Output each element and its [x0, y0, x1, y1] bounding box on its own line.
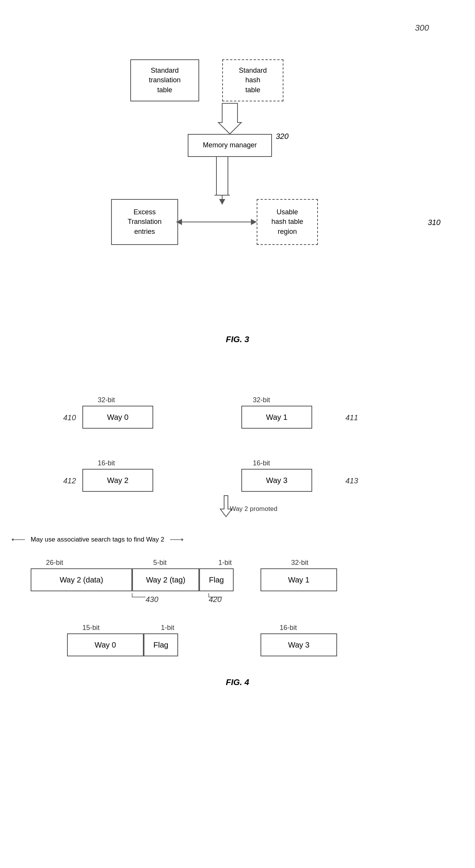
way3-box: Way 3 [241, 469, 312, 492]
usable-hash-box: Usable hash table region [257, 199, 318, 245]
way0-top-box: Way 0 [82, 406, 153, 429]
down-arrowhead-fig3 [219, 199, 225, 205]
way0b-bit: 15-bit [82, 624, 100, 632]
way3b-bit: 16-bit [280, 624, 297, 632]
way2-promoted-text: Way 2 promoted [230, 505, 277, 513]
std-hash-table-label: Standard hash table [239, 66, 267, 95]
ref430-arrow [130, 591, 161, 599]
std-trans-table-label: Standard translation table [149, 66, 180, 95]
ref-410: 410 [63, 413, 76, 422]
down-arrow-fig3 [218, 103, 241, 134]
std-hash-table-box: Standard hash table [222, 59, 283, 101]
search-text-row: May use associative search tags to find … [11, 536, 464, 543]
ref-411: 411 [346, 413, 358, 422]
ref420-arrow [207, 591, 238, 599]
search-tags-text: May use associative search tags to find … [31, 536, 164, 543]
way0-top-bit-label: 32-bit [98, 396, 115, 404]
flag2-box: Flag [144, 633, 178, 656]
way2data-bit: 26-bit [46, 559, 63, 567]
ref-320: 320 [276, 132, 288, 141]
right-arrow-search [168, 536, 183, 543]
way2-data-box: Way 2 (data) [31, 568, 132, 591]
svg-marker-4 [182, 538, 183, 541]
memory-manager-box: Memory manager [188, 134, 272, 157]
way1-top-bit-label: 32-bit [253, 396, 270, 404]
way1-top-box: Way 1 [241, 406, 312, 429]
way1b-box: Way 1 [260, 568, 337, 591]
excess-trans-label: Excess Translation entries [128, 207, 161, 237]
left-arrow-search [11, 536, 27, 543]
fig4-caption: FIG. 4 [226, 677, 249, 687]
ref-413: 413 [346, 476, 358, 485]
way2tag-bit: 5-bit [153, 559, 167, 567]
way2-bit-label: 16-bit [98, 459, 115, 467]
way3-bit-label: 16-bit [253, 459, 270, 467]
std-trans-table-box: Standard translation table [130, 59, 199, 101]
flag1-box: Flag [199, 568, 234, 591]
way0b-box: Way 0 [67, 633, 144, 656]
way2-tag-box: Way 2 (tag) [132, 568, 199, 591]
way1b-bit: 32-bit [291, 559, 308, 567]
usable-hash-label: Usable hash table region [271, 207, 303, 237]
flag2-bit: 1-bit [161, 624, 174, 632]
ref-310: 310 [428, 218, 441, 227]
way2-box: Way 2 [82, 469, 153, 492]
excess-trans-box: Excess Translation entries [111, 199, 178, 245]
fig3-caption: FIG. 3 [226, 334, 249, 344]
svg-marker-2 [11, 538, 13, 541]
memory-manager-label: Memory manager [203, 140, 257, 150]
fig3-ref-number: 300 [415, 23, 429, 33]
fig3-arrows [0, 0, 475, 383]
ref-412: 412 [63, 476, 76, 485]
way3b-box: Way 3 [260, 633, 337, 656]
right-arrowhead [251, 219, 257, 225]
flag1-bit: 1-bit [218, 559, 232, 567]
